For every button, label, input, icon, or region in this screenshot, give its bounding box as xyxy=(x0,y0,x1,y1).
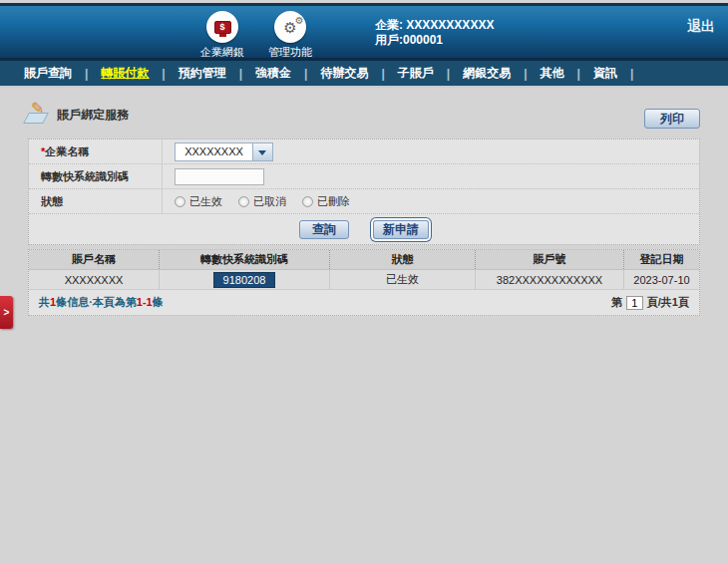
company-name-label: *企業名稱 xyxy=(29,140,163,163)
radio-icon[interactable] xyxy=(175,196,185,207)
status-radio-deleted-label: 已刪除 xyxy=(317,194,350,209)
table-footer: 共1條信息·本頁為第1-1條 第 頁/共1頁 xyxy=(29,290,699,315)
results-table: 賬戶名稱 轉數快系統識別碼 狀態 賬戶號 登記日期 XXXXXXXX 91802… xyxy=(28,249,700,316)
fps-id-link[interactable]: 9180208 xyxy=(213,272,276,288)
company-name-row: *企業名稱 XXXXXXXX xyxy=(29,140,699,164)
fps-id-row: 轉數快系統識別碼 xyxy=(29,164,699,189)
column-reg-date: 登記日期 xyxy=(624,250,699,269)
admin-functions-label: 管理功能 xyxy=(259,45,321,60)
status-label: 狀態 xyxy=(29,189,163,213)
user-label: 用戶: xyxy=(375,33,403,47)
binding-query-form: *企業名稱 XXXXXXXX 轉數快系統識別碼 狀態 已生效 已取消 xyxy=(28,139,700,245)
column-account-no: 賬戶號 xyxy=(476,250,624,269)
side-panel-expand-tab[interactable]: > xyxy=(0,296,13,329)
table-header-row: 賬戶名稱 轉數快系統識別碼 狀態 賬戶號 登記日期 xyxy=(29,250,699,270)
nav-item-transfer-payment[interactable]: 轉賬付款 xyxy=(101,65,149,82)
nav-item-others[interactable]: 其他 xyxy=(541,65,564,82)
form-actions: 查詢 新申請 xyxy=(29,214,699,244)
column-account-name: 賬戶名稱 xyxy=(29,250,160,269)
column-status: 狀態 xyxy=(330,250,476,269)
page-prefix: 第 xyxy=(611,295,622,310)
session-info: 企業: XXXXXXXXXXX 用戶:000001 xyxy=(375,18,494,48)
user-value: 000001 xyxy=(403,33,443,47)
status-radio-active[interactable]: 已生效 xyxy=(175,194,222,209)
nav-item-ebanking-transactions[interactable]: 網銀交易 xyxy=(463,65,511,82)
cell-account-no: 382XXXXXXXXXXXX xyxy=(476,270,624,289)
nav-item-pending-transactions[interactable]: 待辦交易 xyxy=(320,65,368,82)
cell-status: 已生效 xyxy=(330,270,476,289)
fps-id-input[interactable] xyxy=(175,168,264,185)
corporate-ebanking-button[interactable]: $ 企業網銀 xyxy=(191,11,253,60)
status-radio-cancelled[interactable]: 已取消 xyxy=(238,194,286,209)
record-count-summary: 共1條信息·本頁為第1-1條 xyxy=(39,295,164,310)
page-suffix: 頁/共1頁 xyxy=(647,295,689,310)
cell-account-name: XXXXXXXX xyxy=(29,270,160,289)
admin-functions-button[interactable]: ⚙⚙ 管理功能 xyxy=(259,11,321,60)
nav-item-mpf[interactable]: 強積金 xyxy=(255,65,291,82)
table-row: XXXXXXXX 9180208 已生效 382XXXXXXXXXXXX 202… xyxy=(29,270,699,290)
radio-icon[interactable] xyxy=(238,196,249,207)
header-banner: $ 企業網銀 ⚙⚙ 管理功能 企業: XXXXXXXXXXX 用戶:000001… xyxy=(0,3,728,61)
admin-functions-icon: ⚙⚙ xyxy=(274,11,306,43)
page-title-row: ✎ 賬戶綁定服務 xyxy=(26,107,129,124)
chevron-right-icon: > xyxy=(4,307,10,318)
status-radio-deleted[interactable]: 已刪除 xyxy=(302,194,350,209)
column-fps-id: 轉數快系統識別碼 xyxy=(160,250,330,269)
main-nav: 賬戶查詢| 轉賬付款| 預約管理| 強積金| 待辦交易| 子賬戶| 網銀交易| … xyxy=(0,61,728,88)
cell-reg-date: 2023-07-10 xyxy=(624,270,699,289)
query-button[interactable]: 查詢 xyxy=(299,220,349,239)
edit-pencil-icon: ✎ xyxy=(26,107,50,124)
new-application-button[interactable]: 新申請 xyxy=(373,220,429,239)
status-row: 狀態 已生效 已取消 已刪除 xyxy=(29,189,699,214)
corporate-ebanking-label: 企業網銀 xyxy=(191,45,253,60)
fps-id-label: 轉數快系統識別碼 xyxy=(29,164,163,188)
nav-item-information[interactable]: 資訊 xyxy=(593,65,617,82)
page-title: 賬戶綁定服務 xyxy=(57,107,129,124)
radio-icon[interactable] xyxy=(302,196,313,207)
pagination: 第 頁/共1頁 xyxy=(611,295,689,310)
status-radio-active-label: 已生效 xyxy=(189,194,222,209)
print-button[interactable]: 列印 xyxy=(644,109,700,129)
nav-item-sub-account[interactable]: 子賬戶 xyxy=(398,65,434,82)
logout-button[interactable]: 退出 xyxy=(687,18,715,36)
company-value: XXXXXXXXXXX xyxy=(406,18,494,32)
corporate-ebanking-icon: $ xyxy=(206,11,238,43)
chevron-down-icon[interactable] xyxy=(252,142,273,161)
company-name-select[interactable]: XXXXXXXX xyxy=(175,142,273,161)
status-radio-cancelled-label: 已取消 xyxy=(253,194,286,209)
company-label: 企業: xyxy=(375,18,403,32)
page-number-input[interactable] xyxy=(626,296,643,310)
nav-item-schedule-management[interactable]: 預約管理 xyxy=(179,65,226,82)
nav-item-account-inquiry[interactable]: 賬戶查詢 xyxy=(24,65,72,82)
company-name-selected-value: XXXXXXXX xyxy=(175,142,252,161)
